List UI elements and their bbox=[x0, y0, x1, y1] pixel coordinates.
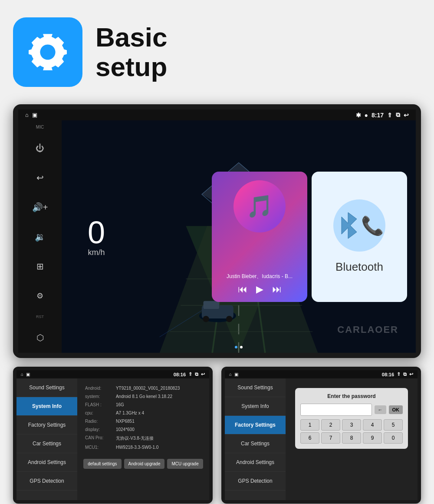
svg-point-0 bbox=[43, 47, 53, 57]
menu-factory-settings-r[interactable]: Factory Settings bbox=[225, 416, 286, 434]
ok-button[interactable]: OK bbox=[389, 405, 403, 414]
settings-wheel-button[interactable]: ⚙ bbox=[29, 285, 51, 307]
back-icon-r: ↩ bbox=[409, 371, 413, 377]
svg-point-15 bbox=[203, 316, 209, 322]
status-right-small: 08:16 ⇑ ⧉ ↩ bbox=[174, 371, 205, 377]
info-key: display: bbox=[83, 426, 113, 433]
bt-phone-icon: 📞 bbox=[361, 215, 384, 236]
image-icon[interactable]: ▣ bbox=[32, 112, 37, 118]
bottom-left-screen: Sound Settings System Info Factory Setti… bbox=[16, 378, 209, 500]
menu-android-settings-left[interactable]: Android Settings bbox=[16, 453, 77, 472]
grid-button[interactable]: ⊞ bbox=[29, 255, 51, 277]
menu-android-settings-r[interactable]: Android Settings bbox=[225, 453, 286, 472]
bluetooth-icon: ✱ bbox=[356, 112, 361, 119]
time-small: 08:16 bbox=[174, 372, 186, 377]
num-2[interactable]: 2 bbox=[321, 419, 340, 431]
menu-gps-detection-r[interactable]: GPS Detection bbox=[225, 472, 286, 491]
num-8[interactable]: 8 bbox=[342, 432, 361, 444]
vol-down-button[interactable]: 🔉 bbox=[29, 226, 51, 248]
backspace-button[interactable]: ← bbox=[375, 405, 386, 414]
status-left-icons: ⌂ ▣ bbox=[25, 112, 37, 118]
dot-2[interactable] bbox=[240, 346, 243, 348]
home-icon-r[interactable]: ⌂ bbox=[229, 372, 232, 377]
table-row: FLASH : 16G bbox=[83, 401, 203, 408]
menu-system-info[interactable]: System Info bbox=[16, 397, 77, 416]
main-device: ⌂ ▣ ✱ ● 8:17 ⇑ ⧉ ↩ MIC ⏻ ↩ 🔊+ 🔉 ⊞ ⚙ RST … bbox=[13, 104, 421, 358]
music-info: Justin Bieber、Iudacris - B... ⏮ ▶ ⏭ bbox=[219, 273, 300, 295]
num-3[interactable]: 3 bbox=[342, 419, 361, 431]
num-5[interactable]: 5 bbox=[384, 419, 403, 431]
menu-system-info-r[interactable]: System Info bbox=[225, 397, 286, 416]
menu-factory-settings-left[interactable]: Factory Settings bbox=[16, 416, 77, 434]
navigation-button[interactable]: ⬡ bbox=[29, 327, 51, 348]
num-7[interactable]: 7 bbox=[321, 432, 340, 444]
table-row: Android: YT9218_00002_V001_20180823 bbox=[83, 385, 203, 392]
speed-value: 0 bbox=[88, 216, 105, 248]
menu-sound-settings[interactable]: Sound Settings bbox=[16, 378, 77, 397]
image-icon-small[interactable]: ▣ bbox=[26, 372, 30, 377]
info-value: YT9218_00002_V001_20180823 bbox=[114, 385, 203, 392]
play-button[interactable]: ▶ bbox=[256, 284, 263, 295]
menu-sound-settings-r[interactable]: Sound Settings bbox=[225, 378, 286, 397]
mcu-upgrade-button[interactable]: MCU upgrade bbox=[167, 459, 203, 469]
num-0[interactable]: 0 bbox=[384, 432, 403, 444]
settings-menu-right: Sound Settings System Info Factory Setti… bbox=[225, 378, 286, 500]
main-display-area: 0 km/h 🎵 Justin Bieber、Iudacris - B... ⏮… bbox=[62, 120, 416, 353]
back-icon-small: ↩ bbox=[201, 371, 205, 377]
info-key: MCU1: bbox=[83, 444, 113, 451]
home-icon-small[interactable]: ⌂ bbox=[21, 372, 23, 377]
vol-up-button[interactable]: 🔊+ bbox=[29, 196, 51, 218]
image-icon-r[interactable]: ▣ bbox=[234, 372, 238, 377]
table-row: CAN Pro: 无协议-V3.8-无连接 bbox=[83, 434, 203, 443]
num-6[interactable]: 6 bbox=[300, 432, 319, 444]
bottom-left-device: ⌂ ▣ 08:16 ⇑ ⧉ ↩ Sound Settings System In… bbox=[13, 367, 213, 504]
power-button[interactable]: ⏻ bbox=[29, 137, 51, 159]
time-display: 8:17 bbox=[372, 112, 384, 119]
default-settings-button[interactable]: default settings bbox=[83, 459, 121, 469]
info-value: Android 8.1 Go kenel 3.18.22 bbox=[114, 393, 203, 400]
info-key: CAN Pro: bbox=[83, 434, 113, 443]
bluetooth-icon-circle: 📞 bbox=[333, 199, 385, 252]
next-button[interactable]: ⏭ bbox=[272, 284, 282, 295]
status-left-nav-r: ⌂ ▣ bbox=[229, 372, 238, 377]
info-value: 16G bbox=[114, 401, 203, 408]
menu-gps-detection-left[interactable]: GPS Detection bbox=[16, 472, 77, 491]
window-icon-r: ⧉ bbox=[403, 371, 407, 377]
top-header: Basic setup bbox=[0, 0, 434, 100]
num-1[interactable]: 1 bbox=[300, 419, 319, 431]
menu-car-settings-r[interactable]: Car Settings bbox=[225, 434, 286, 453]
password-dialog-area: Enter the password ← OK 1 2 3 4 5 6 7 bbox=[286, 378, 418, 500]
back-nav-button[interactable]: ↩ bbox=[29, 167, 51, 189]
table-row: MCU1: HW9218-3.3-SW0-1.0 bbox=[83, 444, 203, 451]
speed-unit: km/h bbox=[88, 248, 105, 257]
num-4[interactable]: 4 bbox=[363, 419, 382, 431]
music-note-icon: 🎵 bbox=[246, 194, 273, 219]
album-art: 🎵 bbox=[233, 180, 286, 232]
android-upgrade-button[interactable]: Android upgrade bbox=[124, 459, 165, 469]
up-arrows-icon: ⇑ bbox=[387, 112, 392, 119]
num-9[interactable]: 9 bbox=[363, 432, 382, 444]
dialog-title: Enter the password bbox=[300, 393, 403, 399]
numpad: 1 2 3 4 5 6 7 8 9 0 bbox=[300, 419, 403, 444]
prev-button[interactable]: ⏮ bbox=[238, 284, 247, 295]
mic-label: MIC bbox=[36, 125, 44, 129]
time-right: 08:16 bbox=[382, 372, 394, 377]
password-dialog: Enter the password ← OK 1 2 3 4 5 6 7 bbox=[295, 388, 408, 449]
dot-1[interactable] bbox=[235, 346, 237, 348]
password-input-field[interactable] bbox=[300, 404, 372, 416]
home-icon[interactable]: ⌂ bbox=[25, 112, 29, 118]
up-icon-small: ⇑ bbox=[188, 371, 192, 377]
status-right-icons: ✱ ● 8:17 ⇑ ⧉ ↩ bbox=[356, 111, 409, 119]
main-screen-content: MIC ⏻ ↩ 🔊+ 🔉 ⊞ ⚙ RST ⬡ bbox=[18, 120, 416, 353]
app-icon bbox=[13, 17, 82, 87]
table-row: cpu: A7 1.3GHz x 4 bbox=[83, 409, 203, 417]
password-input-row: ← OK bbox=[300, 404, 403, 416]
music-card[interactable]: 🎵 Justin Bieber、Iudacris - B... ⏮ ▶ ⏭ bbox=[212, 172, 307, 302]
bluetooth-card[interactable]: 📞 Bluetooth bbox=[312, 172, 407, 302]
menu-car-settings-left[interactable]: Car Settings bbox=[16, 434, 77, 453]
bottom-right-screen: Sound Settings System Info Factory Setti… bbox=[225, 378, 418, 500]
table-row: Radio: NXP6851 bbox=[83, 418, 203, 425]
speed-display: 0 km/h bbox=[88, 216, 105, 257]
info-table: Android: YT9218_00002_V001_20180823 syst… bbox=[82, 384, 204, 452]
app-title: Basic setup bbox=[95, 23, 167, 82]
